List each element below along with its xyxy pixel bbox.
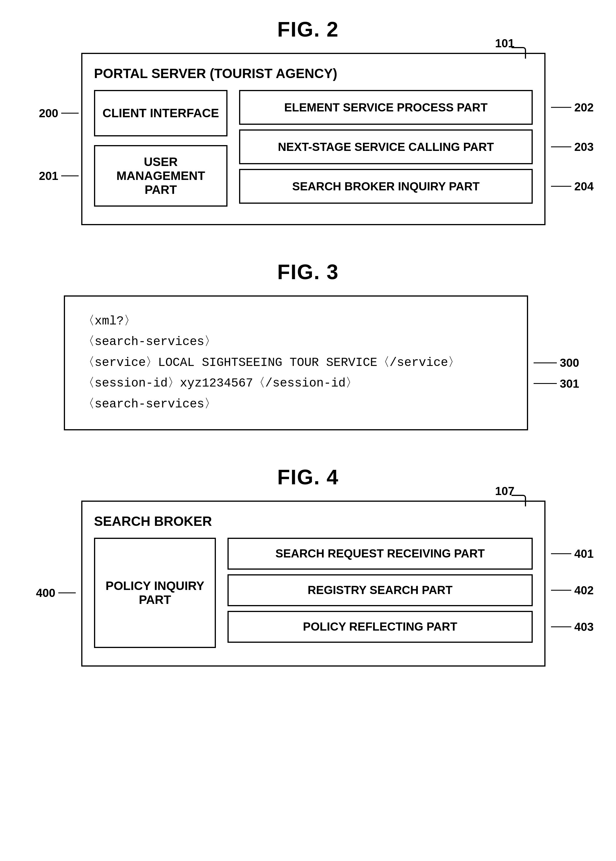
- portal-server-label: PORTAL SERVER (TOURIST AGENCY): [94, 66, 533, 81]
- fig3-container: FIG. 3 〈xml?〉 〈search-services〉 〈service…: [23, 260, 593, 430]
- search-broker-inquiry-box: SEARCH BROKER INQUIRY PART: [239, 169, 533, 204]
- next-stage-row: NEXT-STAGE SERVICE CALLING PART 203: [239, 129, 533, 164]
- fig4-container: FIG. 4 107 SEARCH BROKER POLICY INQUIRY …: [23, 465, 593, 666]
- ref-402-label: 402: [551, 584, 594, 597]
- next-stage-box: NEXT-STAGE SERVICE CALLING PART: [239, 129, 533, 164]
- search-request-row: SEARCH REQUEST RECEIVING PART 401: [228, 538, 533, 570]
- fig2-container: FIG. 2 101 PORTAL SERVER (TOURIST AGENCY…: [23, 17, 593, 225]
- fig3-line-4: 〈search-services〉: [82, 394, 509, 415]
- ref-300-label: 300: [534, 353, 579, 372]
- fig2-left-col: 200 CLIENT INTERFACE 201: [94, 90, 228, 207]
- fig3-line-1: 〈search-services〉: [82, 332, 509, 352]
- policy-inquiry-col: POLICY INQUIRY PART 400: [94, 538, 216, 648]
- registry-search-box: REGISTRY SEARCH PART: [228, 574, 533, 606]
- search-request-box: SEARCH REQUEST RECEIVING PART: [228, 538, 533, 570]
- fig3-line-3: 〈session-id〉xyz1234567〈/session-id〉 301: [82, 373, 509, 394]
- search-broker-inquiry-row: SEARCH BROKER INQUIRY PART 204: [239, 169, 533, 204]
- fig2-diagram: PORTAL SERVER (TOURIST AGENCY) 200 CLIEN…: [81, 53, 545, 225]
- fig4-inner-layout: POLICY INQUIRY PART 400 SEARCH REQUEST R…: [94, 538, 533, 648]
- ref-202-label: 202: [551, 101, 594, 114]
- ref-403-label: 403: [551, 620, 594, 633]
- policy-reflecting-row: POLICY REFLECTING PART 403: [228, 611, 533, 643]
- ref-200-label: 200: [39, 107, 79, 120]
- fig3-title: FIG. 3: [23, 260, 593, 284]
- policy-reflecting-box: POLICY REFLECTING PART: [228, 611, 533, 643]
- fig3-line-2: 〈service〉LOCAL SIGHTSEEING TOUR SERVICE〈…: [82, 353, 509, 373]
- ref-301-label: 301: [534, 374, 579, 393]
- policy-inquiry-box: POLICY INQUIRY PART: [94, 538, 216, 648]
- fig4-diagram: SEARCH BROKER POLICY INQUIRY PART 400: [81, 501, 545, 666]
- client-interface-box: CLIENT INTERFACE: [94, 90, 228, 137]
- element-service-box: ELEMENT SERVICE PROCESS PART: [239, 90, 533, 125]
- user-management-box: USER MANAGEMENT PART: [94, 145, 228, 207]
- ref-400-label: 400: [36, 586, 76, 599]
- ref-204-label: 204: [551, 180, 594, 193]
- element-service-row: ELEMENT SERVICE PROCESS PART 202: [239, 90, 533, 125]
- fig3-diagram: 〈xml?〉 〈search-services〉 〈service〉LOCAL …: [64, 295, 528, 430]
- fig2-inner-layout: 200 CLIENT INTERFACE 201: [94, 90, 533, 207]
- search-broker-label: SEARCH BROKER: [94, 513, 533, 529]
- registry-search-row: REGISTRY SEARCH PART 402: [228, 574, 533, 606]
- client-interface-row: 200 CLIENT INTERFACE: [94, 90, 228, 137]
- user-management-row: 201 USER MANAGEMENT PART: [94, 145, 228, 207]
- fig2-right-col: ELEMENT SERVICE PROCESS PART 202 NEXT-ST…: [239, 90, 533, 207]
- fig4-right-col: SEARCH REQUEST RECEIVING PART 401 REGIST…: [228, 538, 533, 648]
- ref-203-label: 203: [551, 140, 594, 154]
- ref-401-label: 401: [551, 547, 594, 560]
- fig3-line-0: 〈xml?〉: [82, 311, 509, 332]
- ref-201-label: 201: [39, 170, 79, 182]
- page: FIG. 2 101 PORTAL SERVER (TOURIST AGENCY…: [0, 0, 616, 861]
